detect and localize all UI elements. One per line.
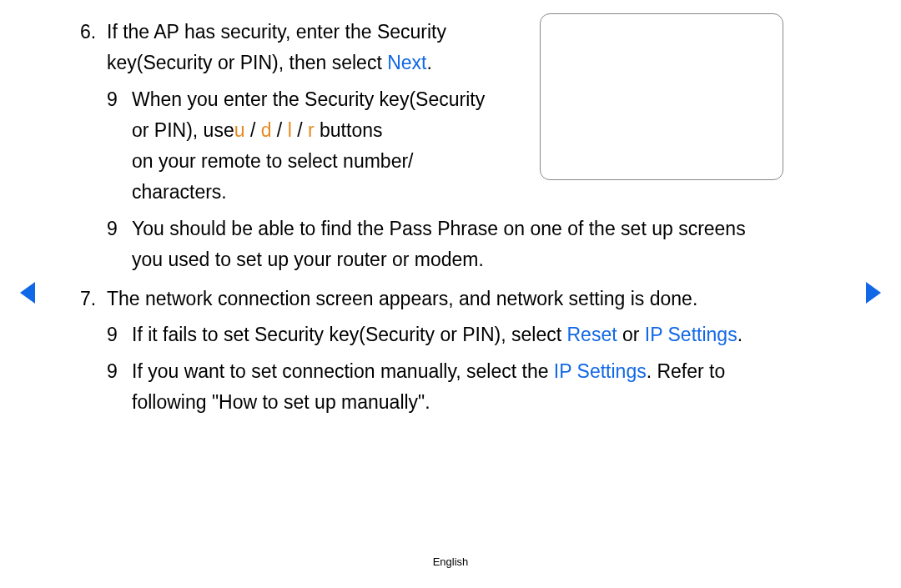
step-6-number: 6. [80,17,96,48]
step-6: 6. If the AP has security, enter the Sec… [82,17,866,275]
note-symbol: 9 [107,356,123,387]
ip-settings-link[interactable]: IP Settings [554,360,647,382]
step-7-note-1: 9 If it fails to set Security key(Securi… [107,319,833,350]
step-6-note-2: 9 You should be able to find the Pass Ph… [107,214,833,276]
manual-page: 6. If the AP has security, enter the Sec… [0,0,901,588]
note-line: or PIN), use [132,119,234,141]
note-line: If it fails to set Security key(Security… [132,324,567,345]
note-line: You should be able to find the Pass Phra… [132,218,746,239]
remote-d-icon: d [261,119,272,141]
body-text: 6. If the AP has security, enter the Sec… [82,17,866,418]
next-page-arrow[interactable] [866,282,881,304]
note-line: . Refer to [647,360,726,382]
step-7: 7. The network connection screen appears… [82,284,866,418]
step-7-note-2: 9 If you want to set connection manually… [107,356,833,419]
sep: / [271,119,287,141]
step-6-line-1: If the AP has security, enter the Securi… [107,21,446,43]
note-line: following "How to set up manually". [132,391,430,413]
note-symbol: 9 [107,319,123,350]
step-6-line-2b: . [426,52,431,73]
step-6-line-2a: key(Security or PIN), then select [107,52,387,73]
next-link[interactable]: Next [387,52,426,73]
note-line: When you enter the Security key(Security [132,88,485,110]
note-line: If you want to set connection manually, … [132,360,554,382]
page-language-footer: English [0,555,901,568]
step-7-text: The network connection screen appears, a… [107,288,697,309]
note-line: characters. [132,181,227,203]
note-line: or [617,324,645,345]
sep: / [292,119,308,141]
step-7-number: 7. [80,284,96,314]
step-6-note-1: 9 When you enter the Security key(Securi… [107,84,549,209]
note-symbol: 9 [107,214,123,244]
note-line: . [737,324,742,345]
note-line: buttons [315,119,383,141]
ip-settings-link[interactable]: IP Settings [645,324,737,345]
reset-link[interactable]: Reset [567,324,617,345]
note-line: on your remote to select number/ [132,150,414,172]
prev-page-arrow[interactable] [20,282,35,304]
remote-r-icon: r [308,119,315,141]
note-line: you used to set up your router or modem. [132,249,484,270]
remote-u-icon: u [234,119,245,141]
sep: / [245,119,261,141]
note-symbol: 9 [107,84,123,115]
